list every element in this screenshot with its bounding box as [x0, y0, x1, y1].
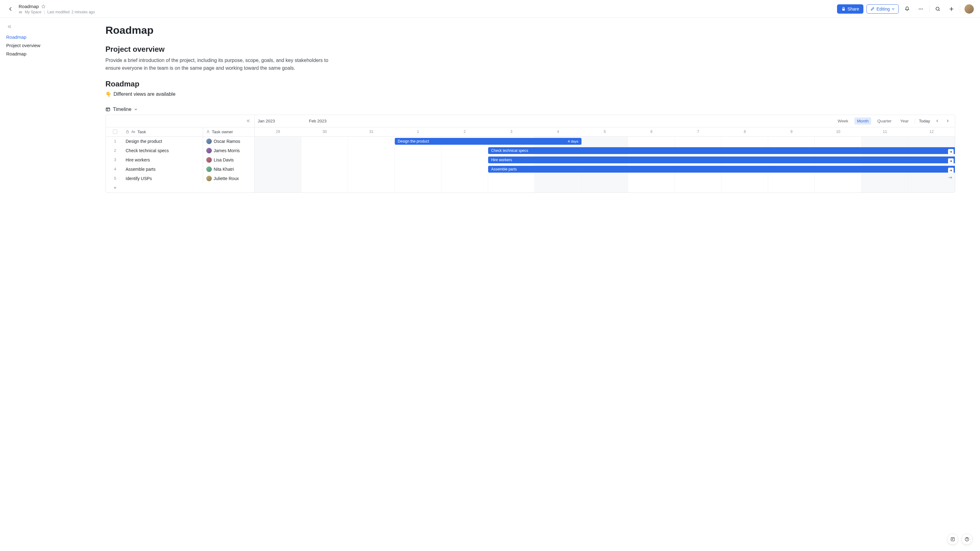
share-button[interactable]: Share	[837, 4, 863, 14]
timeline-prev-button[interactable]	[934, 118, 940, 124]
chart-cell	[348, 174, 395, 183]
zoom-week-button[interactable]: Week	[835, 118, 851, 125]
task-name-cell[interactable]: Check technical specs	[124, 146, 203, 155]
gantt-bar[interactable]: Design the product4 days	[395, 138, 581, 145]
timeline-chart[interactable]: 293031123456789101112 Design the product…	[255, 127, 955, 192]
lock-icon	[842, 7, 846, 11]
editing-label: Editing	[877, 6, 890, 11]
collapse-sidebar-button[interactable]	[6, 24, 13, 30]
chart-cell	[301, 155, 348, 165]
day-column-header: 9	[768, 127, 815, 137]
chart-cell	[395, 174, 442, 183]
chart-cell	[441, 155, 488, 165]
task-owner-cell[interactable]: Juliette Roux	[203, 176, 254, 181]
sidebar-item[interactable]: Roadmap	[6, 33, 87, 41]
arrow-right-icon	[949, 160, 952, 163]
chart-cell	[301, 174, 348, 183]
plus-icon	[113, 186, 117, 190]
back-button[interactable]	[6, 5, 15, 13]
chart-row: Design the product4 days	[255, 137, 955, 146]
task-name-cell[interactable]: Design the product	[124, 137, 203, 146]
task-owner-cell[interactable]: Oscar Ramos	[203, 138, 254, 144]
chart-cell	[255, 137, 301, 146]
doc-title[interactable]: Roadmap	[19, 4, 39, 9]
gantt-bar[interactable]: Check technical specs	[488, 147, 955, 154]
user-avatar[interactable]	[964, 4, 974, 14]
task-owner-cell[interactable]: James Morris	[203, 148, 254, 153]
bar-overflow-arrow[interactable]	[948, 158, 954, 163]
bar-label: Assemble parts	[491, 167, 517, 171]
overview-body[interactable]: Provide a brief introduction of the proj…	[105, 57, 341, 72]
chart-cell	[721, 174, 768, 183]
sidebar-item[interactable]: Roadmap	[6, 49, 87, 58]
month-label: Jan 2023	[258, 119, 275, 123]
arrow-right-icon	[949, 150, 952, 153]
bar-overflow-arrow[interactable]	[948, 149, 954, 154]
chart-cell	[675, 174, 722, 183]
breadcrumb-space[interactable]: My Space	[25, 10, 41, 14]
add-button[interactable]	[946, 4, 957, 14]
sidebar-item[interactable]: Project overview	[6, 41, 87, 49]
help-button[interactable]	[961, 534, 972, 545]
task-name-cell[interactable]: Assemble parts	[124, 165, 203, 174]
feedback-button[interactable]	[947, 534, 958, 545]
roadmap-heading[interactable]: Roadmap	[105, 79, 955, 88]
gantt-bar[interactable]: Assemble parts	[488, 166, 955, 173]
search-icon	[935, 6, 940, 12]
owner-name: Lisa Davis	[214, 157, 234, 162]
task-name-cell[interactable]: Identify USPs	[124, 174, 203, 183]
chart-cell	[862, 137, 908, 146]
owner-name: Nita Khatri	[214, 167, 234, 171]
table-row[interactable]: 5 Identify USPs Juliette Roux	[106, 174, 254, 183]
task-owner-cell[interactable]: Nita Khatri	[203, 167, 254, 172]
timeline-view-selector[interactable]: Timeline	[105, 106, 955, 112]
select-all-checkbox[interactable]	[113, 130, 117, 134]
collapse-table-button[interactable]	[245, 118, 251, 124]
search-button[interactable]	[932, 4, 943, 14]
more-button[interactable]	[915, 4, 926, 14]
zoom-year-button[interactable]: Year	[898, 118, 911, 125]
timeline-zoom-controls: Week Month Quarter Year Today	[835, 118, 955, 125]
zoom-quarter-button[interactable]: Quarter	[875, 118, 894, 125]
day-column-header: 4	[535, 127, 581, 137]
today-button[interactable]: Today	[919, 119, 930, 123]
svg-rect-7	[127, 132, 129, 133]
offscreen-indicator[interactable]	[948, 176, 952, 179]
chart-cell	[488, 174, 535, 183]
svg-rect-0	[19, 11, 22, 13]
owner-column-header[interactable]: Task owner	[212, 130, 233, 134]
chart-cell	[581, 174, 628, 183]
note-icon	[950, 537, 955, 542]
table-row[interactable]: 1 Design the product Oscar Ramos	[106, 137, 254, 146]
timeline-next-button[interactable]	[944, 118, 951, 124]
svg-rect-6	[106, 108, 110, 111]
editing-button[interactable]: Editing	[867, 4, 899, 14]
task-owner-cell[interactable]: Lisa Davis	[203, 157, 254, 163]
table-row[interactable]: 3 Hire workers Lisa Davis	[106, 155, 254, 165]
overview-heading[interactable]: Project overview	[105, 45, 955, 54]
task-column-header[interactable]: Task	[137, 130, 146, 134]
help-icon	[964, 537, 969, 542]
zoom-month-button[interactable]: Month	[854, 118, 871, 125]
table-header-row: Task Task owner	[106, 127, 254, 137]
callout[interactable]: 👇 Different views are available	[105, 91, 955, 97]
double-chevron-left-icon	[246, 119, 250, 123]
add-row-button[interactable]	[106, 186, 124, 190]
star-button[interactable]	[41, 4, 46, 9]
table-row[interactable]: 2 Check technical specs James Morris	[106, 146, 254, 155]
owner-name: James Morris	[214, 148, 240, 153]
notifications-button[interactable]	[902, 4, 912, 14]
chart-cell	[908, 137, 955, 146]
day-column-header: 1	[395, 127, 442, 137]
person-icon	[206, 130, 210, 133]
zoom-divider	[915, 118, 915, 124]
task-name-cell[interactable]: Hire workers	[124, 155, 203, 165]
svg-rect-1	[842, 9, 845, 11]
chart-cell	[721, 137, 768, 146]
page-title[interactable]: Roadmap	[105, 24, 955, 36]
bar-overflow-arrow[interactable]	[948, 168, 954, 173]
gantt-bar[interactable]: Hire workers	[488, 157, 955, 163]
table-row[interactable]: 4 Assemble parts Nita Khatri	[106, 165, 254, 174]
star-icon	[41, 4, 46, 9]
chart-cell	[348, 155, 395, 165]
